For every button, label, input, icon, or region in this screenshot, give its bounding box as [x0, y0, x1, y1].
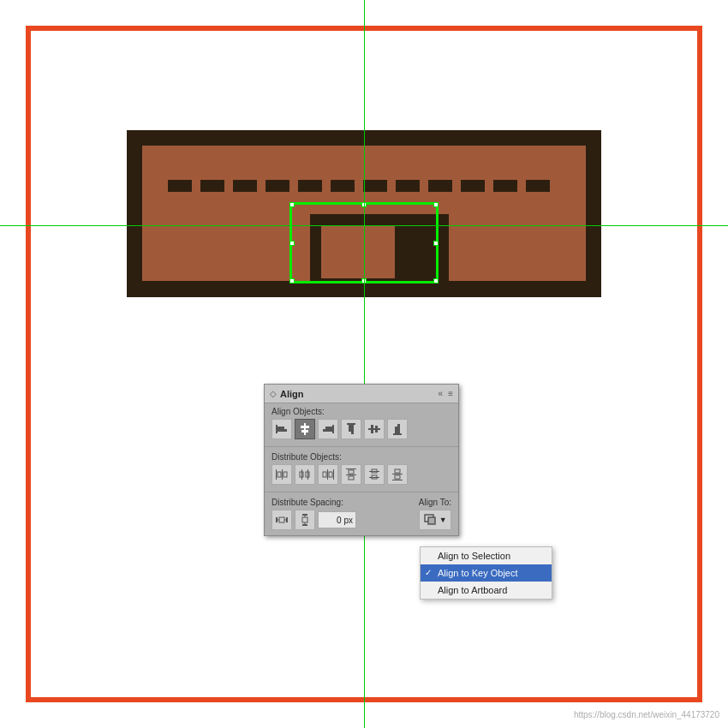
svg-rect-30	[346, 468, 356, 469]
svg-rect-1	[277, 427, 284, 429]
dash	[428, 180, 452, 192]
align-to-dropdown-menu: Align to Selection ✓ Align to Key Object…	[420, 546, 552, 600]
svg-rect-34	[369, 471, 379, 472]
runway-art	[127, 130, 601, 297]
svg-rect-0	[276, 425, 277, 433]
align-objects-section: Align Objects:	[265, 403, 458, 445]
panel-menu-icon[interactable]: ≡	[448, 389, 453, 398]
align-center-h-button[interactable]	[295, 419, 315, 439]
distribute-spacing-label: Distribute Spacing:	[272, 498, 412, 507]
svg-rect-16	[395, 427, 397, 433]
svg-rect-38	[392, 474, 403, 474]
align-bottom-button[interactable]	[387, 419, 408, 439]
handle-tl	[289, 202, 295, 207]
svg-rect-2	[277, 429, 287, 432]
svg-rect-4	[301, 426, 309, 428]
dash	[461, 180, 485, 192]
dropdown-item-selection-label: Align to Selection	[438, 551, 510, 561]
distribute-center-h-button[interactable]	[295, 464, 315, 485]
svg-rect-5	[301, 430, 308, 433]
svg-rect-49	[302, 517, 307, 522]
svg-rect-3	[304, 423, 306, 435]
svg-rect-20	[277, 472, 281, 477]
svg-rect-47	[302, 514, 307, 516]
handle-br	[433, 278, 439, 283]
align-left-button[interactable]	[272, 419, 292, 439]
svg-rect-15	[393, 433, 402, 435]
dash	[331, 180, 355, 192]
dropdown-item-selection[interactable]: Align to Selection	[421, 547, 552, 564]
handle-bm	[361, 278, 367, 283]
distribute-bottom-button[interactable]	[387, 464, 408, 485]
dropdown-item-artboard[interactable]: Align to Artboard	[421, 582, 552, 599]
spacing-value-input[interactable]: 0 px	[318, 511, 356, 528]
distribute-middle-v-button[interactable]	[364, 464, 385, 485]
svg-rect-42	[276, 517, 277, 522]
panel-title: Align	[280, 389, 304, 399]
handle-tr	[433, 202, 439, 207]
panel-collapse-icon[interactable]: «	[439, 389, 444, 398]
dash	[233, 180, 257, 192]
dash	[526, 180, 550, 192]
svg-rect-14	[375, 426, 378, 433]
dash	[363, 180, 387, 192]
dash-row	[168, 180, 591, 192]
handle-bl	[289, 278, 295, 283]
svg-rect-13	[371, 425, 373, 433]
watermark-text: https://blog.csdn.net/weixin_44173720	[574, 710, 719, 719]
align-middle-v-button[interactable]	[364, 419, 385, 439]
watermark: https://blog.csdn.net/weixin_44173720	[574, 710, 719, 719]
dropdown-item-key-object-label: Align to Key Object	[438, 568, 518, 578]
spacing-input-row: 0 px	[272, 510, 412, 530]
svg-rect-18	[276, 469, 277, 480]
svg-rect-21	[283, 472, 287, 477]
svg-rect-35	[369, 477, 379, 478]
svg-rect-32	[349, 470, 354, 474]
distribute-right-button[interactable]	[318, 464, 338, 485]
distribute-objects-row	[272, 464, 451, 485]
align-panel: ◇ Align « ≡ Align Objects:	[264, 384, 459, 536]
svg-rect-7	[325, 427, 332, 429]
panel-titlebar: ◇ Align « ≡	[265, 385, 458, 403]
align-objects-label: Align Objects:	[272, 407, 451, 416]
checkmark-icon: ✓	[425, 568, 432, 577]
distribute-h-spacing-button[interactable]	[272, 510, 292, 530]
panel-diamond-icon: ◇	[270, 389, 277, 398]
distribute-spacing-section: Distribute Spacing: 0 px	[272, 498, 412, 530]
selection-box	[289, 202, 439, 283]
align-to-dropdown[interactable]: ▼	[419, 510, 451, 530]
panel-controls[interactable]: « ≡	[439, 389, 453, 398]
dash	[200, 180, 224, 192]
svg-rect-39	[392, 480, 403, 480]
dropdown-item-artboard-label: Align to Artboard	[438, 585, 507, 595]
align-right-button[interactable]	[318, 419, 338, 439]
svg-rect-27	[333, 469, 334, 480]
align-to-section: Align To: ▼	[419, 498, 451, 530]
svg-rect-19	[282, 469, 283, 480]
dropdown-item-key-object[interactable]: ✓ Align to Key Object	[421, 564, 552, 582]
svg-rect-29	[329, 472, 332, 477]
handle-ml	[289, 241, 295, 246]
distribute-left-button[interactable]	[272, 464, 292, 485]
svg-rect-28	[323, 472, 326, 477]
dash	[493, 180, 517, 192]
svg-rect-31	[346, 474, 356, 475]
svg-rect-53	[428, 517, 435, 524]
panel-title-left: ◇ Align	[270, 389, 304, 399]
svg-rect-8	[323, 429, 332, 432]
align-objects-row	[272, 419, 451, 439]
distribute-v-spacing-button[interactable]	[295, 510, 315, 530]
svg-rect-12	[368, 428, 380, 430]
svg-rect-17	[397, 424, 400, 433]
svg-rect-10	[349, 425, 351, 432]
dash	[266, 180, 289, 192]
svg-rect-33	[349, 476, 354, 480]
svg-rect-6	[332, 425, 334, 433]
align-top-button[interactable]	[341, 419, 361, 439]
distribute-top-button[interactable]	[341, 464, 361, 485]
svg-rect-41	[395, 475, 400, 479]
dash	[396, 180, 420, 192]
distribute-objects-label: Distribute Objects:	[272, 452, 451, 462]
divider-1	[265, 446, 458, 447]
svg-rect-43	[286, 517, 288, 522]
